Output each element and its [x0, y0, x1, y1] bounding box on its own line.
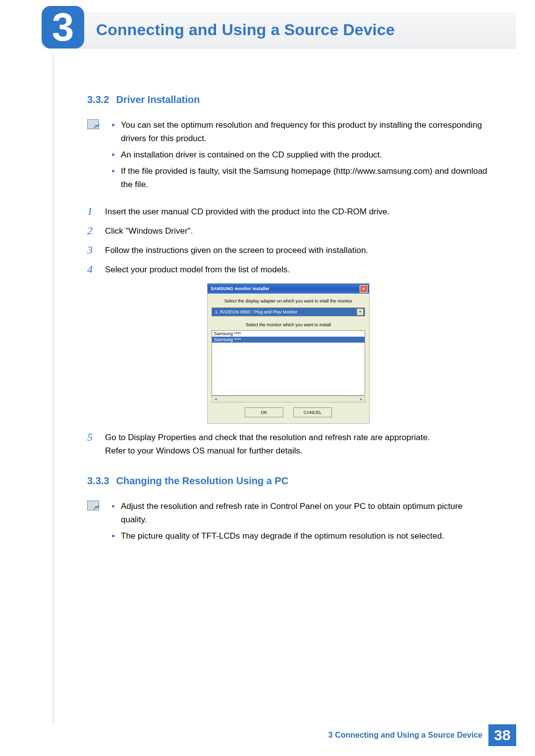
section-title: Changing the Resolution Using a PC	[116, 475, 288, 487]
note-item: The picture quality of TFT-LCDs may degr…	[109, 529, 489, 543]
installer-buttons: OK CANCEL	[208, 407, 369, 417]
chapter-title: Connecting and Using a Source Device	[96, 21, 395, 39]
step-item: 2 Click "Windows Driver".	[87, 224, 489, 238]
close-icon[interactable]: ×	[360, 285, 368, 293]
chevron-down-icon[interactable]: ▾	[357, 308, 364, 315]
section-number: 3.3.3	[87, 475, 109, 487]
step-item: 3 Follow the instructions given on the s…	[87, 244, 489, 257]
step-text: Click "Windows Driver".	[105, 224, 489, 238]
step-item: 4 Select your product model from the lis…	[87, 263, 489, 276]
installer-title: SAMSUNG monitor installer	[211, 286, 269, 291]
step-text: Follow the instructions given on the scr…	[105, 244, 489, 257]
installer-dialog: SAMSUNG monitor installer × Select the d…	[207, 283, 370, 424]
list-item[interactable]: Samsung ****	[212, 331, 365, 337]
page-number: 38	[488, 724, 516, 746]
note-icon	[87, 119, 99, 129]
step-text: Insert the user manual CD provided with …	[105, 205, 489, 218]
installer-prompt-monitor: Select the monitor which you want to ins…	[208, 320, 369, 330]
step-number: 1	[87, 205, 97, 218]
adapter-selected: 1. RADEON 9550 : Plug and Play Monitor	[215, 309, 298, 314]
section-heading-333: 3.3.3 Changing the Resolution Using a PC	[87, 475, 489, 487]
note-item: An installation driver is contained on t…	[109, 148, 489, 161]
step-item: 5 Go to Display Properties and check tha…	[87, 431, 489, 457]
note-icon	[87, 501, 99, 510]
step-number: 4	[87, 263, 97, 276]
step-text: Select your product model from the list …	[105, 263, 489, 276]
installer-prompt-adapter: Select the display adapter on which you …	[208, 294, 369, 307]
note-item: You can set the optimum resolution and f…	[109, 118, 489, 145]
section-title: Driver Installation	[116, 94, 200, 105]
installer-titlebar: SAMSUNG monitor installer ×	[208, 284, 369, 294]
page-footer: 3 Connecting and Using a Source Device 3…	[53, 724, 516, 746]
note-item: Adjust the resolution and refresh rate i…	[109, 500, 489, 526]
cancel-button[interactable]: CANCEL	[293, 407, 332, 417]
scroll-left-icon[interactable]: ◂	[212, 397, 219, 402]
step-text: Go to Display Properties and check that …	[105, 431, 489, 457]
step-text-line: Go to Display Properties and check that …	[105, 433, 430, 442]
monitor-list[interactable]: Samsung **** Samsung ****	[212, 330, 365, 396]
left-margin-band	[53, 53, 54, 724]
footer-chapter-label: 3 Connecting and Using a Source Device	[328, 731, 482, 740]
step-number: 2	[87, 224, 97, 238]
chapter-number-badge: 3	[42, 6, 84, 49]
horizontal-scrollbar[interactable]: ◂ ▸	[212, 396, 365, 403]
list-item[interactable]: Samsung ****	[212, 337, 365, 343]
adapter-dropdown[interactable]: 1. RADEON 9550 : Plug and Play Monitor ▾	[212, 307, 365, 316]
note-bullets-333: Adjust the resolution and refresh rate i…	[109, 500, 489, 546]
step-text-line: Refer to your Windows OS manual for furt…	[105, 446, 303, 455]
ok-button[interactable]: OK	[245, 407, 283, 417]
step-number: 3	[87, 244, 97, 257]
note-block-333: Adjust the resolution and refresh rate i…	[87, 500, 489, 546]
note-block-332: You can set the optimum resolution and f…	[87, 118, 489, 194]
note-item: If the file provided is faulty, visit th…	[109, 164, 489, 191]
step-number: 5	[87, 431, 97, 457]
step-item: 1 Insert the user manual CD provided wit…	[87, 205, 489, 218]
note-bullets-332: You can set the optimum resolution and f…	[109, 118, 489, 194]
section-number: 3.3.2	[87, 94, 109, 105]
scroll-right-icon[interactable]: ▸	[358, 397, 365, 402]
install-steps-cont: 5 Go to Display Properties and check tha…	[87, 431, 489, 457]
section-heading-332: 3.3.2 Driver Installation	[87, 94, 489, 105]
install-steps: 1 Insert the user manual CD provided wit…	[87, 205, 489, 276]
